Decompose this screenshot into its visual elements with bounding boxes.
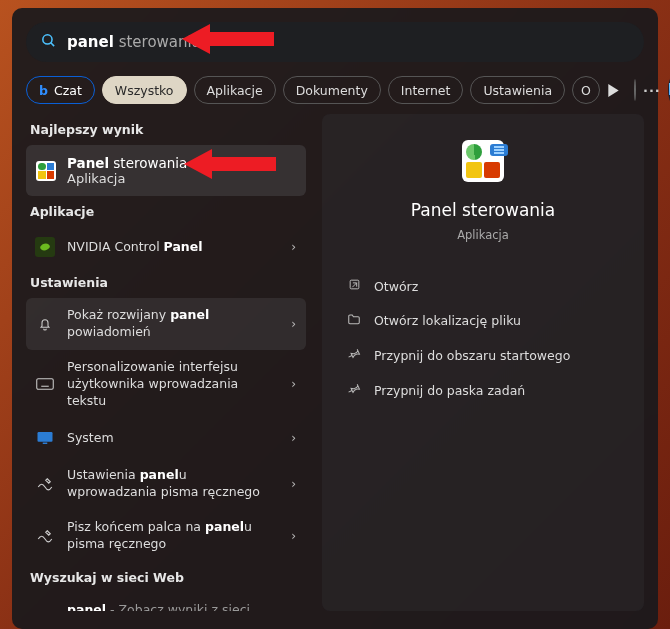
action-pin-start[interactable]: Przypnij do obszaru startowego [340,339,626,371]
nvidia-icon [34,236,56,258]
filter-czat[interactable]: bCzat [26,76,95,104]
section-apps-label: Aplikacje [30,204,306,219]
action-pin-taskbar[interactable]: Przypnij do paska zadań [340,374,626,406]
search-icon [34,608,56,611]
search-icon [40,32,57,52]
section-settings-label: Ustawienia [30,275,306,290]
folder-icon [346,313,362,328]
control-panel-icon-large [458,136,508,186]
result-web-search[interactable]: panel - Zobacz wyniki z sieci Web › [26,593,306,611]
keyboard-icon [34,373,56,395]
filter-dokumenty[interactable]: Dokumenty [283,76,381,104]
best-match-subtitle: Aplikacja [67,171,187,186]
action-label: Przypnij do obszaru startowego [374,348,570,363]
chevron-right-icon: › [291,317,296,331]
result-label: panel - Zobacz wyniki z sieci Web [67,602,280,611]
pin-icon [346,347,362,363]
filter-internet[interactable]: Internet [388,76,464,104]
chevron-right-icon: › [291,529,296,543]
result-label: Personalizowanie interfejsu użytkownika … [67,359,280,410]
action-label: Otwórz lokalizację pliku [374,313,521,328]
monitor-icon [34,427,56,449]
preview-subtitle: Aplikacja [457,228,509,242]
action-open[interactable]: Otwórz [340,270,626,302]
result-label: System [67,430,114,447]
result-label: Pokaż rozwijany panel powiadomień [67,307,280,341]
search-window: panel sterowania bCzat Wszystko Aplikacj… [12,8,658,629]
best-match-title: Panel sterowania [67,155,187,171]
svg-marker-4 [184,149,276,179]
preview-pane: Panel sterowania Aplikacja Otwórz Otwórz… [322,114,644,611]
results-column: Najlepszy wynik Panel sterowania Aplikac… [26,114,306,611]
action-label: Otwórz [374,279,418,294]
svg-rect-12 [43,443,48,445]
svg-rect-5 [37,379,54,390]
search-input[interactable]: panel sterowania [26,22,644,62]
svg-marker-3 [608,84,618,97]
chevron-right-icon: › [291,431,296,445]
pin-icon [346,382,362,398]
result-system[interactable]: System › [26,418,306,458]
result-label: Ustawienia panelu wprowadzania pisma ręc… [67,467,280,501]
action-label: Przypnij do paska zadań [374,383,525,398]
open-icon [346,278,362,294]
section-web-label: Wyszukaj w sieci Web [30,570,306,585]
user-avatar[interactable] [634,79,636,101]
result-notifications-panel[interactable]: Pokaż rozwijany panel powiadomień › [26,298,306,350]
best-match-item[interactable]: Panel sterowania Aplikacja [26,145,306,196]
result-ime-personalize[interactable]: Personalizowanie interfejsu użytkownika … [26,350,306,419]
more-menu[interactable]: ··· [643,83,661,98]
filter-overflow[interactable]: O [572,76,600,104]
handwriting-icon [34,525,56,547]
filter-wszystko[interactable]: Wszystko [102,76,187,104]
chevron-right-icon: › [291,240,296,254]
filter-ustawienia[interactable]: Ustawienia [470,76,565,104]
result-nvidia[interactable]: NVIDIA Control Panel › [26,227,306,267]
result-handwriting-panel-settings[interactable]: Ustawienia panelu wprowadzania pisma ręc… [26,458,306,510]
chevron-right-icon: › [291,377,296,391]
svg-point-0 [43,35,52,44]
bell-icon [34,313,56,335]
result-label: Pisz końcem palca na panelu pisma ręczne… [67,519,280,553]
action-open-location[interactable]: Otwórz lokalizację pliku [340,305,626,336]
svg-marker-2 [182,24,274,54]
svg-line-1 [51,43,54,46]
action-list: Otwórz Otwórz lokalizację pliku Przypnij… [340,270,626,406]
play-icon[interactable] [607,84,620,97]
annotation-arrow-best [184,149,276,177]
handwriting-icon [34,473,56,495]
preview-title: Panel sterowania [411,200,556,220]
annotation-arrow-top [182,24,274,52]
result-label: NVIDIA Control Panel [67,239,203,256]
filter-aplikacje[interactable]: Aplikacje [194,76,276,104]
control-panel-icon [36,161,56,181]
section-best-label: Najlepszy wynik [30,122,306,137]
result-fingertip-write[interactable]: Pisz końcem palca na panelu pisma ręczne… [26,510,306,562]
filter-row: bCzat Wszystko Aplikacje Dokumenty Inter… [26,76,644,104]
search-query-text: panel sterowania [67,33,201,51]
svg-rect-11 [38,432,53,442]
chevron-right-icon: › [291,477,296,491]
